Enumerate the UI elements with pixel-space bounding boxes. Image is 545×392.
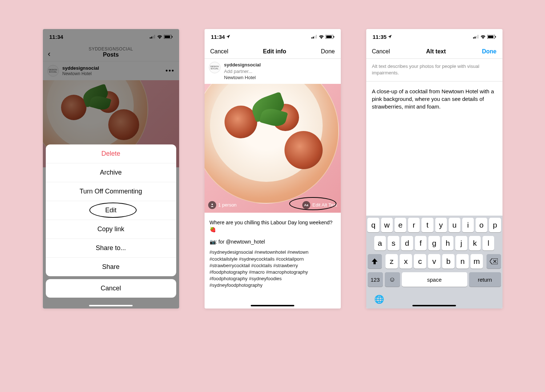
svg-rect-17 bbox=[476, 36, 477, 38]
home-indicator[interactable] bbox=[412, 305, 456, 306]
key-a[interactable]: a bbox=[374, 236, 386, 250]
sheet-share-to[interactable]: Share to... bbox=[46, 239, 176, 258]
wifi-icon bbox=[319, 35, 324, 39]
emoji-key[interactable]: ☺ bbox=[385, 272, 400, 287]
image-overlay-row: 1 person Aa Edit Alt Text bbox=[208, 201, 337, 209]
sheet-delete[interactable]: Delete bbox=[46, 144, 176, 163]
key-l[interactable]: l bbox=[483, 236, 494, 250]
edit-alt-text-button[interactable]: Aa Edit Alt Text bbox=[302, 201, 337, 209]
key-b[interactable]: b bbox=[442, 254, 455, 269]
caption-line1: Where are you chilling this Labour Day l… bbox=[210, 219, 336, 233]
sheet-archive[interactable]: Archive bbox=[46, 163, 176, 182]
key-j[interactable]: j bbox=[455, 236, 467, 250]
alt-text-input[interactable]: A close-up of a cocktail from Newtown Ho… bbox=[366, 81, 502, 116]
location-icon bbox=[388, 35, 392, 38]
keyboard-row-2: asdfghjkl bbox=[368, 236, 501, 250]
svg-point-14 bbox=[211, 204, 213, 205]
phone-screenshot-3: 11:35 Cancel Alt text Done Alt text desc… bbox=[366, 29, 502, 309]
nav-title: Alt text bbox=[426, 48, 446, 55]
signal-icon bbox=[311, 35, 317, 38]
key-s[interactable]: s bbox=[388, 236, 399, 250]
caption-line2: 📷: for @newtown_hotel bbox=[210, 238, 336, 246]
wifi-icon bbox=[480, 35, 486, 39]
person-icon bbox=[208, 201, 216, 209]
alt-text-hint: Alt text describes your photos for peopl… bbox=[366, 59, 502, 81]
key-c[interactable]: c bbox=[414, 254, 426, 269]
author-name[interactable]: syddesignsocial bbox=[224, 62, 261, 68]
home-indicator[interactable] bbox=[251, 305, 294, 306]
action-sheet: Delete Archive Turn Off Commenting Edit … bbox=[46, 144, 176, 309]
nav-bar: Cancel Alt text Done bbox=[366, 44, 502, 59]
return-key[interactable]: return bbox=[469, 272, 501, 287]
status-time: 11:34 bbox=[211, 34, 225, 40]
signal-icon bbox=[473, 35, 479, 38]
svg-rect-13 bbox=[334, 36, 334, 37]
done-button[interactable]: Done bbox=[321, 48, 335, 55]
key-m[interactable]: m bbox=[471, 254, 483, 269]
key-u[interactable]: u bbox=[449, 218, 460, 232]
svg-rect-20 bbox=[488, 36, 493, 38]
svg-rect-8 bbox=[313, 37, 314, 38]
status-icons bbox=[473, 35, 496, 39]
key-x[interactable]: x bbox=[400, 254, 412, 269]
avatar[interactable]: DESIGN SOCIAL bbox=[209, 62, 221, 73]
post-image: 1 person Aa Edit Alt Text bbox=[205, 84, 341, 213]
status-bar: 11:35 bbox=[366, 29, 502, 44]
key-g[interactable]: g bbox=[428, 236, 440, 250]
status-left: 11:35 bbox=[373, 34, 392, 40]
key-z[interactable]: z bbox=[385, 254, 398, 269]
key-o[interactable]: o bbox=[476, 218, 487, 232]
key-d[interactable]: d bbox=[401, 236, 413, 250]
key-t[interactable]: t bbox=[421, 218, 433, 232]
sheet-edit[interactable]: Edit bbox=[46, 201, 176, 220]
key-r[interactable]: r bbox=[408, 218, 420, 232]
key-h[interactable]: h bbox=[442, 236, 453, 250]
keyboard: qwertyuiop asdfghjkl zxcvbnm 123 ☺ space… bbox=[366, 216, 502, 309]
sheet-share[interactable]: Share bbox=[46, 258, 176, 276]
shift-key[interactable] bbox=[368, 254, 382, 269]
space-key[interactable]: space bbox=[402, 272, 467, 287]
status-time: 11:35 bbox=[373, 34, 387, 40]
tag-people-label: 1 person bbox=[218, 202, 237, 208]
key-k[interactable]: k bbox=[469, 236, 481, 250]
key-n[interactable]: n bbox=[456, 254, 469, 269]
author-location[interactable]: Newtown Hotel bbox=[224, 74, 261, 81]
globe-icon[interactable]: 🌐 bbox=[374, 295, 384, 304]
caption[interactable]: Where are you chilling this Labour Day l… bbox=[205, 213, 341, 249]
status-bar: 11:34 bbox=[205, 29, 341, 44]
svg-rect-12 bbox=[326, 36, 332, 38]
shift-icon bbox=[371, 258, 378, 264]
key-v[interactable]: v bbox=[428, 254, 440, 269]
backspace-icon bbox=[490, 258, 498, 264]
location-icon bbox=[226, 35, 230, 38]
phone-screenshot-2: 11:34 Cancel Edit info Done DESIGN SOCIA… bbox=[205, 29, 341, 309]
done-button[interactable]: Done bbox=[482, 48, 496, 55]
key-w[interactable]: w bbox=[381, 218, 393, 232]
battery-icon bbox=[326, 35, 334, 39]
keyboard-row-1: qwertyuiop bbox=[368, 218, 501, 232]
svg-rect-9 bbox=[314, 36, 315, 38]
keyboard-bottom: 🌐 bbox=[368, 290, 501, 306]
hashtags[interactable]: #sydneydesignsocial #newtownhotel #newto… bbox=[205, 249, 341, 292]
author-text: syddesignsocial Add partner... Newtown H… bbox=[224, 62, 261, 81]
sheet-copy-link[interactable]: Copy link bbox=[46, 220, 176, 239]
numbers-key[interactable]: 123 bbox=[368, 272, 383, 287]
home-indicator[interactable] bbox=[89, 305, 133, 306]
backspace-key[interactable] bbox=[487, 254, 501, 269]
key-f[interactable]: f bbox=[415, 236, 427, 250]
key-p[interactable]: p bbox=[489, 218, 501, 232]
key-y[interactable]: y bbox=[435, 218, 447, 232]
cancel-button[interactable]: Cancel bbox=[210, 48, 229, 55]
svg-rect-21 bbox=[495, 36, 496, 37]
cancel-button[interactable]: Cancel bbox=[372, 48, 390, 55]
add-partner[interactable]: Add partner... bbox=[224, 68, 261, 75]
nav-bar: Cancel Edit info Done bbox=[205, 44, 341, 59]
svg-rect-15 bbox=[473, 37, 474, 38]
key-i[interactable]: i bbox=[462, 218, 474, 232]
tag-people-button[interactable]: 1 person bbox=[208, 201, 237, 209]
key-q[interactable]: q bbox=[367, 218, 379, 232]
status-left: 11:34 bbox=[211, 34, 230, 40]
sheet-turn-off-commenting[interactable]: Turn Off Commenting bbox=[46, 182, 176, 201]
sheet-cancel[interactable]: Cancel bbox=[46, 279, 176, 298]
key-e[interactable]: e bbox=[395, 218, 406, 232]
